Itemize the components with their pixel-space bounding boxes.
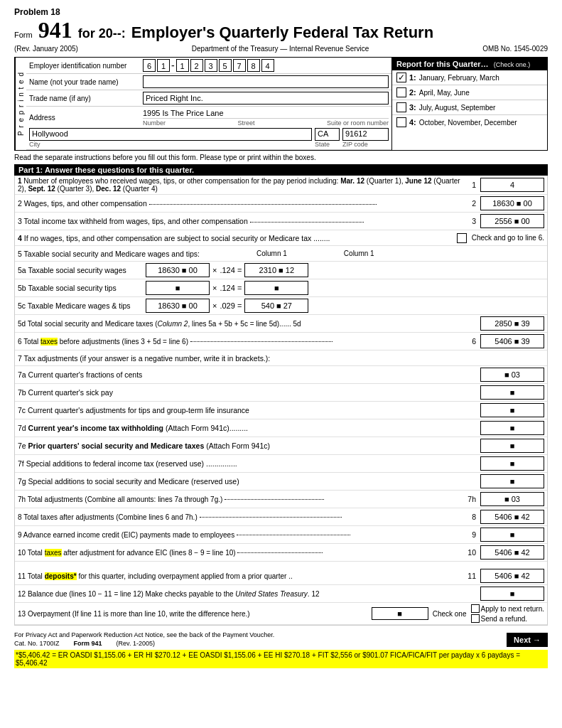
quarter-1-checkbox[interactable]: ✓ <box>396 73 406 82</box>
form-for-year: for 20--: <box>78 26 126 41</box>
address-top: Address 1995 Is The Price Lane Number St… <box>29 108 389 127</box>
line3-row: 3 Total income tax withheld from wages, … <box>15 213 547 230</box>
line11-value: 5406 ■ 42 <box>480 569 544 583</box>
zip-label: ZIP code <box>342 141 389 148</box>
line7b-label: 7b Current quarter's sick pay <box>18 388 480 397</box>
line9-num: 9 <box>472 530 476 539</box>
line7g-row: 7g Special additions to social security … <box>15 473 547 491</box>
spacer-1 <box>15 562 547 567</box>
quarter-2-num: 2: <box>409 88 416 97</box>
quarter-1-label: January, February, March <box>419 74 499 82</box>
quarter-option-2[interactable]: 2: April, May, June <box>392 85 547 100</box>
line5a-label: 5a Taxable social security wages <box>18 266 146 274</box>
footer-info: Cat. No. 1700IZ Form 941 (Rev. 1-2005) <box>14 640 274 647</box>
name-input[interactable] <box>143 75 389 88</box>
line1-num: 1 <box>472 181 476 189</box>
send-refund-option[interactable]: Send a refund. <box>471 614 545 623</box>
line7f-row: 7f Special additions to federal income t… <box>15 455 547 473</box>
quarter-3-label: July, August, September <box>419 104 496 112</box>
address-label: Address <box>29 114 143 122</box>
line11-text: 11 Total deposits* for this quarter, inc… <box>18 572 463 580</box>
line7c-label: 7c Current quarter's adjustments for tip… <box>18 406 480 414</box>
line7h-row: 7h Total adjustments (Combine all amount… <box>15 491 547 508</box>
line5b-rate: .124 = <box>220 284 242 292</box>
footer-left: For Privacy Act and Paperwork Reduction … <box>14 631 274 647</box>
quarter-option-3[interactable]: 3: July, August, September <box>392 100 547 115</box>
form-omb: OMB No. 1545-0029 <box>482 45 548 53</box>
ein-digit-6: 5 <box>219 59 232 72</box>
line7f-value: ■ <box>480 456 544 471</box>
line7c-row: 7c Current quarter's adjustments for tip… <box>15 402 547 419</box>
trade-label: Trade name (if any) <box>29 95 143 102</box>
line5c-col2: 540 ■ 27 <box>244 299 308 313</box>
apply-next-checkbox[interactable] <box>471 604 480 613</box>
line7h-value: ■ 03 <box>480 492 544 506</box>
employer-fields: Employer identification number 6 1 - 1 2… <box>26 58 391 150</box>
address-bottom: Hollywood City CA State 91612 ZIP code <box>29 128 389 148</box>
line12-row: 12 Balance due (lines 10 − 11 = line 12)… <box>15 585 547 603</box>
line13-box: ■ <box>372 607 428 620</box>
line5c-row: 5c Taxable Medicare wages & tips 18630 ■… <box>15 297 547 315</box>
send-refund-checkbox[interactable] <box>471 614 480 623</box>
line8-row: 8 Total taxes after adjustments (Combine… <box>15 508 547 526</box>
ein-digit-5: 3 <box>205 59 217 72</box>
next-button[interactable]: Next → <box>507 633 548 647</box>
ein-digit-8: 8 <box>247 59 260 72</box>
line5b-row: 5b Taxable social security tips ■ × .124… <box>15 279 547 297</box>
line7h-text: 7h Total adjustments (Combine all amount… <box>18 496 463 503</box>
line7g-label: 7g Special additions to social security … <box>18 477 480 486</box>
zip-value: 91612 <box>342 128 389 141</box>
line6-num: 6 <box>472 337 476 346</box>
footer-rev: (Rev. 1-2005) <box>117 640 155 647</box>
line7e-label: 7e Prior quarters' social security and M… <box>18 441 480 450</box>
line10-value: 5406 ■ 42 <box>480 545 544 560</box>
ein-row: Employer identification number 6 1 - 1 2… <box>26 58 391 74</box>
city-block: Hollywood City <box>29 128 312 148</box>
quarter-3-num: 3: <box>409 103 416 112</box>
report-quarter-header: Report for this Quarter… (Check one.) <box>392 58 547 70</box>
line5-header-row: 5 Taxable social security and Medicare w… <box>15 246 547 262</box>
ein-label: Employer identification number <box>29 62 143 70</box>
col1-header: Column 1 <box>256 250 287 257</box>
address-line1-value: 1995 Is The Price Lane Number Street Sui… <box>143 108 389 127</box>
line5c-label: 5c Taxable Medicare wages & tips <box>18 301 146 310</box>
trade-name-input[interactable] <box>143 92 389 105</box>
address-street-value: 1995 Is The Price Lane <box>143 108 389 119</box>
line5c-col1: 18630 ■ 00 <box>146 299 210 313</box>
line7d-label: 7d Current year's income tax withholding… <box>18 424 480 432</box>
quarter-option-1[interactable]: ✓ 1: January, February, March <box>392 70 547 85</box>
line7g-value: ■ <box>480 474 544 488</box>
line3-num: 3 <box>472 217 476 225</box>
line6-text: 6 Total taxes before adjustments (lines … <box>18 338 468 346</box>
name-row: Name (not your trade name) <box>26 74 391 90</box>
line9-text: 9 Advance earned income credit (EIC) pay… <box>18 531 468 539</box>
form-header: Form 941 for 20--: Employer's Quarterly … <box>14 17 548 43</box>
line8-text: 8 Total taxes after adjustments (Combine… <box>18 513 468 521</box>
quarter-4-checkbox[interactable] <box>396 117 406 127</box>
line7c-value: ■ <box>480 403 544 417</box>
quarter-2-checkbox[interactable] <box>396 87 406 97</box>
part1-content: 1 Number of employees who received wages… <box>14 176 548 626</box>
bottom-note: *$5,406.42 = ER OASDI $1,155.06 + ER HI … <box>14 650 548 668</box>
state-value: CA <box>315 128 340 141</box>
line7-header-text: 7 Tax adjustments (if your answer is a n… <box>18 354 270 363</box>
ein-dash: - <box>171 60 175 71</box>
line6-row: 6 Total taxes before adjustments (lines … <box>15 333 547 350</box>
line5c-mult: × <box>212 301 217 310</box>
apply-next-option[interactable]: Apply to next return. <box>471 604 545 613</box>
line12-text: 12 Balance due (lines 10 − 11 = line 12)… <box>18 590 480 598</box>
line7a-label: 7a Current quarter's fractions of cents <box>18 370 480 379</box>
next-button-wrapper: Next → <box>507 633 548 647</box>
address-sub-labels: Number Street Suite or room number <box>143 119 389 127</box>
form-rev: (Rev. January 2005) <box>14 45 78 53</box>
line13-check-one: Check one <box>433 610 467 618</box>
line10-text: 10 Total taxes after adjustment for adva… <box>18 549 463 557</box>
line5d-row: 5d Total social security and Medicare ta… <box>15 315 547 333</box>
line5d-text: 5d Total social security and Medicare ta… <box>18 320 480 328</box>
street-label: Street <box>168 119 324 127</box>
line10-highlight: taxes <box>45 549 62 557</box>
quarter-3-checkbox[interactable] <box>396 102 406 112</box>
report-quarter-section: Report for this Quarter… (Check one.) ✓ … <box>391 57 548 151</box>
city-value: Hollywood <box>29 128 312 141</box>
quarter-option-4[interactable]: 4: October, November, December <box>392 115 547 129</box>
